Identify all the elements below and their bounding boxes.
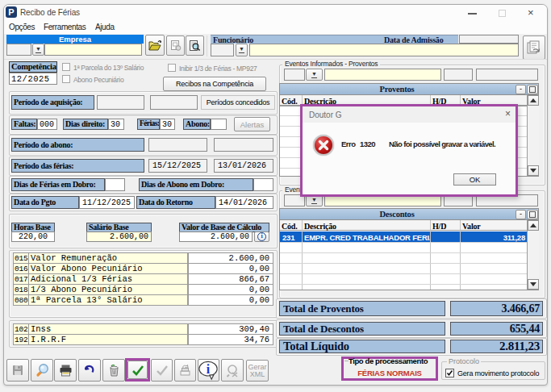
svg-text:i: i xyxy=(207,361,211,375)
